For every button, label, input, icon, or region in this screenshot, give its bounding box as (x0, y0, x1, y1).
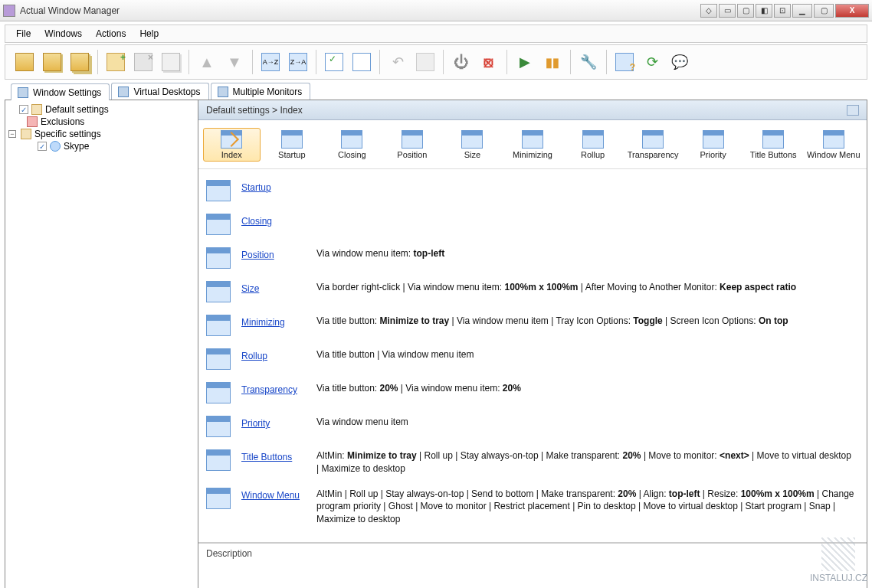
cat-minimizing[interactable]: Minimizing (504, 128, 562, 162)
folder-icon (31, 104, 42, 115)
settings-list: Startup Closing Position Via window menu… (198, 169, 867, 543)
window-menu-icon (823, 130, 844, 149)
titlebar: Actual Window Manager ◇ ▭ ▢ ◧ ⊡ ▁ ▢ X (0, 0, 872, 21)
cat-index[interactable]: Index (203, 128, 261, 162)
play-button[interactable]: ▶ (512, 49, 538, 75)
titlebar-extra-5-button[interactable]: ⊡ (774, 4, 791, 18)
uncheck-all-button[interactable] (349, 49, 375, 75)
menu-help[interactable]: Help (133, 26, 165, 41)
rollup-icon (582, 130, 604, 149)
close-button[interactable]: X (835, 4, 869, 18)
sort-za-button[interactable]: Z→A (285, 49, 311, 75)
startup-icon (206, 180, 231, 201)
tree-node-exclusions[interactable]: Exclusions (7, 116, 196, 128)
tree-label: Default settings (45, 104, 109, 115)
redo-button[interactable] (412, 49, 438, 75)
titlebar-extra-4-button[interactable]: ◧ (756, 4, 772, 18)
link-startup[interactable]: Startup (241, 180, 306, 193)
minimizing-icon (206, 315, 231, 336)
link-closing[interactable]: Closing (241, 214, 306, 227)
tab-label: Multiple Monitors (233, 87, 303, 97)
menu-actions[interactable]: Actions (90, 26, 132, 41)
pause-button[interactable]: ▮▮ (539, 49, 565, 75)
tree-label: Skype (64, 141, 89, 152)
tree-label: Specific settings (34, 129, 101, 139)
cat-size[interactable]: Size (444, 128, 501, 162)
window-buttons: ◇ ▭ ▢ ◧ ⊡ ▁ ▢ X (700, 4, 869, 18)
new-item-button[interactable]: + (103, 49, 129, 75)
menu-windows[interactable]: Windows (38, 26, 88, 41)
rollup-icon (206, 348, 231, 370)
watermark-logo-icon (821, 537, 855, 571)
move-down-button[interactable]: ▼ (221, 49, 248, 75)
link-minimizing[interactable]: Minimizing (241, 315, 306, 328)
cat-window-menu[interactable]: Window Menu (805, 128, 862, 162)
tab-virtual-desktops[interactable]: Virtual Desktops (111, 83, 208, 100)
tree-node-specific-settings[interactable]: − Specific settings (7, 128, 196, 140)
sort-az-button[interactable]: A→Z (257, 49, 284, 75)
titlebar-extra-3-button[interactable]: ▢ (737, 4, 754, 18)
check-all-button[interactable]: ✓ (321, 49, 347, 75)
tree-node-default-settings[interactable]: ✓ Default settings (7, 103, 196, 116)
save-all-button[interactable] (39, 49, 65, 75)
undo-button[interactable]: ↶ (385, 49, 411, 75)
cat-priority[interactable]: Priority (684, 128, 742, 162)
folder-icon (21, 129, 31, 139)
tools-button[interactable]: 🔧 (575, 49, 602, 75)
link-transparency[interactable]: Transparency (241, 382, 306, 395)
index-icon (221, 130, 242, 149)
cat-label: Priority (700, 150, 726, 159)
position-icon (206, 247, 231, 269)
save-as-button[interactable] (67, 49, 93, 75)
row-title-buttons: Title Buttons AltMin: Minimize to tray |… (203, 443, 859, 482)
description-label: Description (206, 548, 252, 559)
tree-node-skype[interactable]: ✓ Skype (7, 140, 196, 152)
multiple-monitors-icon (218, 87, 228, 97)
menubar: File Windows Actions Help (5, 24, 867, 43)
minimizing-icon (522, 130, 543, 149)
link-priority[interactable]: Priority (241, 416, 306, 429)
link-window-menu[interactable]: Window Menu (241, 488, 306, 501)
breadcrumb-text: Default settings > Index (206, 105, 303, 116)
update-button[interactable]: ⟳ (639, 49, 665, 75)
settings-tree: ✓ Default settings Exclusions − Specific… (5, 100, 198, 588)
cat-rollup[interactable]: Rollup (564, 128, 621, 162)
tab-multiple-monitors[interactable]: Multiple Monitors (211, 83, 311, 100)
titlebar-extra-2-button[interactable]: ▭ (719, 4, 736, 18)
titlebar-extra-1-button[interactable]: ◇ (700, 4, 717, 18)
title-buttons-icon (762, 130, 784, 149)
delete-item-button[interactable]: × (130, 49, 156, 75)
link-title-buttons[interactable]: Title Buttons (241, 449, 306, 462)
help-topics-button[interactable]: ? (611, 49, 638, 75)
link-size[interactable]: Size (241, 281, 306, 294)
closing-icon (206, 214, 231, 235)
minimize-button[interactable]: ▁ (792, 4, 812, 18)
feedback-button[interactable]: 💬 (667, 49, 693, 75)
cat-startup[interactable]: Startup (264, 128, 321, 162)
category-toolbar: Index Startup Closing Position Size Mini… (198, 120, 867, 169)
main-split: ✓ Default settings Exclusions − Specific… (5, 100, 867, 588)
move-up-button[interactable]: ▲ (194, 49, 220, 75)
checkbox-icon[interactable]: ✓ (38, 142, 47, 151)
collapse-icon[interactable]: − (8, 130, 16, 138)
app-icon (3, 5, 15, 17)
stop-button[interactable]: ⦻ (476, 49, 502, 75)
row-closing: Closing (203, 207, 859, 241)
cat-closing[interactable]: Closing (323, 128, 381, 162)
cat-label: Position (397, 150, 427, 159)
pane-maximize-button[interactable] (847, 105, 859, 116)
copy-item-button[interactable] (158, 49, 184, 75)
cat-label: Rollup (581, 150, 605, 159)
link-rollup[interactable]: Rollup (241, 348, 306, 361)
menu-file[interactable]: File (10, 26, 37, 41)
maximize-button[interactable]: ▢ (814, 4, 834, 18)
cat-title-buttons[interactable]: Title Buttons (745, 128, 802, 162)
cat-position[interactable]: Position (384, 128, 441, 162)
checkbox-icon[interactable]: ✓ (19, 105, 28, 114)
shutdown-button[interactable]: ⏻ (448, 49, 474, 75)
save-button[interactable] (11, 49, 38, 75)
tab-window-settings[interactable]: Window Settings (11, 83, 110, 100)
cat-transparency[interactable]: Transparency (624, 128, 682, 162)
priority-icon (206, 416, 231, 437)
link-position[interactable]: Position (241, 247, 306, 260)
